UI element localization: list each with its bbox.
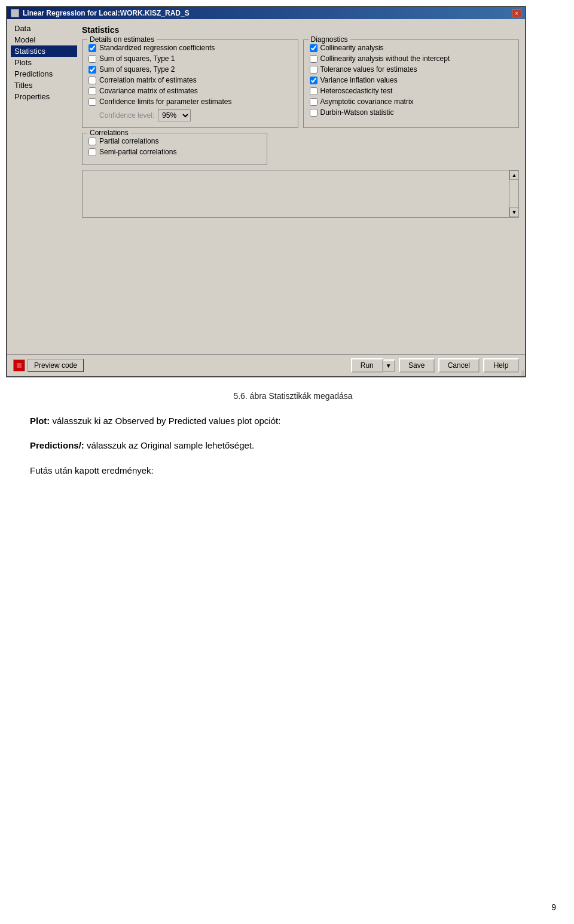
scroll-up-button[interactable]: ▲ [509, 170, 519, 180]
svg-rect-1 [17, 363, 22, 368]
checkbox-cov-matrix-label[interactable]: Covariance matrix of estimates [99, 87, 198, 95]
correlations-groupbox: Correlations Partial correlations Semi-p… [82, 133, 267, 165]
checkbox-conf-limits: Confidence limits for parameter estimate… [88, 97, 292, 106]
sidebar-item-model[interactable]: Model [11, 34, 77, 45]
sidebar-item-plots[interactable]: Plots [11, 57, 77, 68]
checkbox-semi-partial-corr: Semi-partial correlations [88, 148, 261, 156]
checkbox-semi-partial-corr-label[interactable]: Semi-partial correlations [99, 148, 176, 156]
checkbox-tolerance: Tolerance values for estimates [310, 65, 513, 74]
footer-left: Preview code [13, 359, 84, 372]
sidebar-item-predictions[interactable]: Predictions [11, 68, 77, 80]
preview-code-button[interactable]: Preview code [28, 359, 84, 372]
correlations-legend: Correlations [87, 129, 131, 137]
confidence-select[interactable]: 95% 90% 99% [158, 109, 191, 121]
checkbox-cov-matrix: Covariance matrix of estimates [88, 87, 292, 95]
checkbox-partial-corr-label[interactable]: Partial correlations [99, 137, 158, 145]
main-content: Statistics Details on estimates Standard… [80, 23, 521, 350]
footer-buttons: Run ▼ Save Cancel Help [351, 358, 519, 373]
predictions-prefix: Predictions/: [30, 440, 84, 450]
checkbox-hetero: Heteroscedasticity test [310, 87, 513, 95]
checkbox-partial-corr: Partial correlations [88, 137, 261, 145]
run-button[interactable]: Run [351, 358, 383, 373]
section-title: Statistics [82, 25, 519, 35]
checkbox-corr-matrix-label[interactable]: Correlation matrix of estimates [99, 76, 197, 84]
sidebar-item-properties[interactable]: Properties [11, 91, 77, 102]
checkbox-hetero-input[interactable] [310, 87, 317, 95]
checkbox-sum-sq1: Sum of squares, Type 1 [88, 54, 292, 63]
plot-body: válasszuk ki az Observed by Predicted va… [50, 416, 280, 426]
confidence-label: Confidence level: [99, 111, 154, 120]
diagnostics-legend: Diagnostics [309, 35, 350, 44]
output-area: ▲ ▼ [82, 170, 519, 218]
dialog-wrapper: Linear Regression for Local:WORK.KISZ_RA… [0, 0, 574, 377]
checkbox-variance-inf-input[interactable] [310, 77, 317, 84]
checkbox-std-reg-label[interactable]: Standardized regression coefficients [99, 44, 215, 52]
predictions-paragraph: Predictions/: válasszuk az Original samp… [30, 438, 556, 453]
checkbox-sum-sq1-input[interactable] [88, 55, 96, 63]
checkbox-asymptotic-cov-input[interactable] [310, 98, 317, 106]
output-scrollbar: ▲ ▼ [509, 170, 518, 217]
run-btn-group: Run ▼ [351, 358, 395, 373]
close-button[interactable]: × [512, 9, 521, 17]
checkbox-collinearity-input[interactable] [310, 44, 317, 52]
checkbox-durbin-watson-input[interactable] [310, 109, 317, 117]
checkbox-corr-matrix-input[interactable] [88, 77, 96, 84]
sidebar-item-titles[interactable]: Titles [11, 80, 77, 91]
checkbox-tolerance-label[interactable]: Tolerance values for estimates [320, 65, 417, 74]
diagnostics-groupbox: Diagnostics Collinearity analysis Collin… [303, 39, 520, 128]
checkbox-hetero-label[interactable]: Heteroscedasticity test [320, 87, 393, 95]
checkbox-durbin-watson-label[interactable]: Durbin-Watson statistic [320, 108, 394, 117]
preview-code-label: Preview code [34, 361, 77, 370]
two-col-groups: Details on estimates Standardized regres… [82, 39, 519, 133]
resize-corner[interactable]: ⣿ [517, 368, 525, 376]
checkbox-asymptotic-cov-label[interactable]: Asymptotic covariance matrix [320, 97, 414, 106]
checkbox-std-reg: Standardized regression coefficients [88, 44, 292, 52]
cancel-button[interactable]: Cancel [438, 358, 480, 373]
figure-caption: 5.6. ábra Statisztikák megadása [30, 389, 556, 404]
dialog-titlebar: Linear Regression for Local:WORK.KISZ_RA… [7, 7, 525, 19]
checkbox-variance-inf-label[interactable]: Variance inflation values [320, 76, 398, 84]
checkbox-conf-limits-input[interactable] [88, 98, 96, 106]
preview-icon [13, 359, 25, 371]
checkbox-durbin-watson: Durbin-Watson statistic [310, 108, 513, 117]
sidebar-item-data[interactable]: Data [11, 23, 77, 34]
checkbox-std-reg-input[interactable] [88, 44, 96, 52]
checkbox-sum-sq2-label[interactable]: Sum of squares, Type 2 [99, 65, 175, 74]
checkbox-collinearity-no-intercept-label[interactable]: Collinearity analysis without the interc… [320, 54, 450, 63]
checkbox-collinearity-label[interactable]: Collinearity analysis [320, 44, 384, 52]
checkbox-semi-partial-corr-input[interactable] [88, 148, 96, 156]
sidebar-item-statistics[interactable]: Statistics [11, 45, 77, 57]
confidence-row: Confidence level: 95% 90% 99% [88, 109, 292, 121]
checkbox-cov-matrix-input[interactable] [88, 87, 96, 95]
dialog: Linear Regression for Local:WORK.KISZ_RA… [6, 6, 526, 377]
dialog-footer: Preview code Run ▼ Save Cancel Help ⣿ [7, 354, 525, 376]
sidebar-nav: Data Model Statistics Plots Predictions … [11, 23, 80, 350]
help-button[interactable]: Help [483, 358, 519, 373]
predictions-body: válasszuk az Original sample lehetőséget… [84, 440, 254, 450]
titlebar-left: Linear Regression for Local:WORK.KISZ_RA… [11, 9, 190, 17]
checkbox-collinearity-no-intercept: Collinearity analysis without the interc… [310, 54, 513, 63]
checkbox-sum-sq1-label[interactable]: Sum of squares, Type 1 [99, 54, 175, 63]
checkbox-tolerance-input[interactable] [310, 66, 317, 74]
dialog-icon [11, 9, 19, 17]
results-text: Futás után kapott eredmények: [30, 465, 154, 475]
save-button[interactable]: Save [399, 358, 435, 373]
checkbox-asymptotic-cov: Asymptotic covariance matrix [310, 97, 513, 106]
checkbox-variance-inf: Variance inflation values [310, 76, 513, 84]
plot-prefix: Plot: [30, 416, 50, 426]
page-text: 5.6. ábra Statisztikák megadása Plot: vá… [0, 377, 574, 499]
checkbox-conf-limits-label[interactable]: Confidence limits for parameter estimate… [99, 97, 231, 106]
dialog-body: Data Model Statistics Plots Predictions … [7, 19, 525, 354]
checkbox-sum-sq2: Sum of squares, Type 2 [88, 65, 292, 74]
checkbox-corr-matrix: Correlation matrix of estimates [88, 76, 292, 84]
scroll-down-button[interactable]: ▼ [509, 208, 519, 217]
preview-svg-icon [16, 362, 23, 369]
checkbox-collinearity-no-intercept-input[interactable] [310, 55, 317, 63]
results-paragraph: Futás után kapott eredmények: [30, 463, 556, 478]
sidebar-menu: Data Model Statistics Plots Predictions … [11, 23, 77, 102]
run-dropdown-button[interactable]: ▼ [383, 359, 395, 372]
dialog-title: Linear Regression for Local:WORK.KISZ_RA… [23, 9, 190, 17]
checkbox-collinearity: Collinearity analysis [310, 44, 513, 52]
checkbox-sum-sq2-input[interactable] [88, 66, 96, 74]
checkbox-partial-corr-input[interactable] [88, 138, 96, 145]
